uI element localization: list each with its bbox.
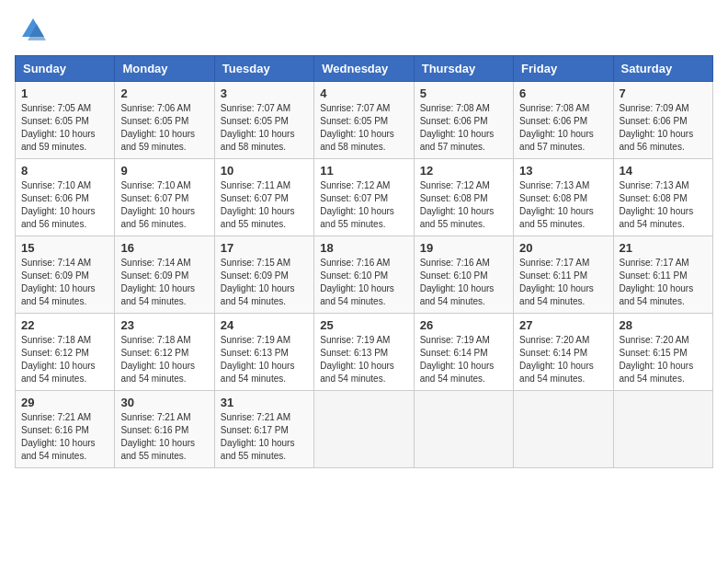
calendar-day-cell: 27Sunrise: 7:20 AM Sunset: 6:14 PM Dayli…	[514, 314, 613, 391]
calendar-day-header: Saturday	[613, 56, 712, 82]
calendar-day-cell	[514, 391, 613, 468]
calendar-day-cell: 23Sunrise: 7:18 AM Sunset: 6:12 PM Dayli…	[115, 314, 214, 391]
day-info: Sunrise: 7:14 AM Sunset: 6:09 PM Dayligh…	[21, 257, 108, 308]
day-info: Sunrise: 7:19 AM Sunset: 6:14 PM Dayligh…	[420, 334, 507, 385]
calendar-day-header: Wednesday	[314, 56, 414, 82]
day-info: Sunrise: 7:18 AM Sunset: 6:12 PM Dayligh…	[120, 334, 208, 385]
logo-icon	[18, 15, 48, 44]
day-info: Sunrise: 7:16 AM Sunset: 6:10 PM Dayligh…	[320, 257, 407, 308]
day-number: 9	[120, 164, 208, 178]
day-info: Sunrise: 7:19 AM Sunset: 6:13 PM Dayligh…	[320, 334, 407, 385]
day-info: Sunrise: 7:13 AM Sunset: 6:08 PM Dayligh…	[519, 179, 607, 231]
day-number: 15	[21, 241, 108, 255]
day-number: 23	[120, 318, 208, 332]
day-number: 27	[519, 318, 607, 332]
day-info: Sunrise: 7:13 AM Sunset: 6:08 PM Dayligh…	[620, 179, 707, 231]
calendar-day-header: Thursday	[414, 56, 513, 82]
day-number: 14	[620, 164, 707, 178]
day-number: 25	[320, 318, 407, 332]
calendar-table: SundayMondayTuesdayWednesdayThursdayFrid…	[15, 55, 713, 468]
day-number: 26	[420, 318, 507, 332]
calendar-day-header: Tuesday	[214, 56, 313, 82]
day-number: 12	[420, 164, 507, 178]
calendar-week-row: 8Sunrise: 7:10 AM Sunset: 6:06 PM Daylig…	[16, 159, 713, 236]
day-number: 7	[620, 86, 707, 100]
day-number: 18	[320, 241, 407, 255]
calendar-day-cell: 10Sunrise: 7:11 AM Sunset: 6:07 PM Dayli…	[214, 159, 313, 236]
day-number: 30	[120, 396, 208, 409]
day-number: 2	[120, 86, 208, 100]
day-info: Sunrise: 7:16 AM Sunset: 6:10 PM Dayligh…	[420, 257, 507, 308]
calendar-day-cell: 4Sunrise: 7:07 AM Sunset: 6:05 PM Daylig…	[314, 82, 414, 159]
day-info: Sunrise: 7:20 AM Sunset: 6:14 PM Dayligh…	[519, 334, 607, 385]
day-number: 31	[221, 396, 308, 409]
day-number: 17	[221, 241, 308, 255]
calendar-day-cell	[613, 391, 712, 468]
day-info: Sunrise: 7:20 AM Sunset: 6:15 PM Dayligh…	[620, 334, 707, 385]
calendar-day-header: Monday	[115, 56, 214, 82]
calendar-day-cell: 5Sunrise: 7:08 AM Sunset: 6:06 PM Daylig…	[414, 82, 513, 159]
calendar-day-header: Sunday	[16, 56, 115, 82]
calendar-day-cell: 31Sunrise: 7:21 AM Sunset: 6:17 PM Dayli…	[214, 391, 313, 468]
day-info: Sunrise: 7:19 AM Sunset: 6:13 PM Dayligh…	[221, 334, 308, 385]
day-number: 11	[320, 164, 407, 178]
day-info: Sunrise: 7:17 AM Sunset: 6:11 PM Dayligh…	[519, 257, 607, 308]
day-number: 4	[320, 86, 407, 100]
calendar-day-cell: 12Sunrise: 7:12 AM Sunset: 6:08 PM Dayli…	[414, 159, 513, 236]
day-info: Sunrise: 7:06 AM Sunset: 6:05 PM Dayligh…	[120, 102, 208, 154]
day-number: 10	[221, 164, 308, 178]
calendar-day-cell: 30Sunrise: 7:21 AM Sunset: 6:16 PM Dayli…	[115, 391, 214, 468]
day-info: Sunrise: 7:15 AM Sunset: 6:09 PM Dayligh…	[221, 257, 308, 308]
day-info: Sunrise: 7:21 AM Sunset: 6:16 PM Dayligh…	[21, 411, 108, 463]
calendar-week-row: 15Sunrise: 7:14 AM Sunset: 6:09 PM Dayli…	[16, 236, 713, 314]
day-info: Sunrise: 7:17 AM Sunset: 6:11 PM Dayligh…	[620, 257, 707, 308]
day-number: 6	[519, 86, 607, 100]
day-number: 1	[21, 86, 108, 100]
calendar-day-cell	[414, 391, 513, 468]
day-number: 21	[620, 241, 707, 255]
calendar-day-cell: 6Sunrise: 7:08 AM Sunset: 6:06 PM Daylig…	[514, 82, 613, 159]
calendar-day-cell: 17Sunrise: 7:15 AM Sunset: 6:09 PM Dayli…	[214, 236, 313, 314]
calendar-day-cell: 3Sunrise: 7:07 AM Sunset: 6:05 PM Daylig…	[214, 82, 313, 159]
calendar-day-cell: 14Sunrise: 7:13 AM Sunset: 6:08 PM Dayli…	[613, 159, 712, 236]
day-info: Sunrise: 7:10 AM Sunset: 6:07 PM Dayligh…	[120, 179, 208, 231]
day-number: 22	[21, 318, 108, 332]
calendar-day-cell: 11Sunrise: 7:12 AM Sunset: 6:07 PM Dayli…	[314, 159, 414, 236]
calendar-week-row: 1Sunrise: 7:05 AM Sunset: 6:05 PM Daylig…	[16, 82, 713, 159]
calendar-day-cell: 2Sunrise: 7:06 AM Sunset: 6:05 PM Daylig…	[115, 82, 214, 159]
logo	[15, 15, 48, 44]
day-info: Sunrise: 7:11 AM Sunset: 6:07 PM Dayligh…	[221, 179, 308, 231]
calendar-day-cell: 28Sunrise: 7:20 AM Sunset: 6:15 PM Dayli…	[613, 314, 712, 391]
calendar-day-cell: 9Sunrise: 7:10 AM Sunset: 6:07 PM Daylig…	[115, 159, 214, 236]
calendar-header-row: SundayMondayTuesdayWednesdayThursdayFrid…	[16, 56, 713, 82]
calendar-day-cell: 18Sunrise: 7:16 AM Sunset: 6:10 PM Dayli…	[314, 236, 414, 314]
day-info: Sunrise: 7:07 AM Sunset: 6:05 PM Dayligh…	[320, 102, 407, 154]
calendar-day-cell: 1Sunrise: 7:05 AM Sunset: 6:05 PM Daylig…	[16, 82, 115, 159]
day-number: 24	[221, 318, 308, 332]
calendar-day-cell: 21Sunrise: 7:17 AM Sunset: 6:11 PM Dayli…	[613, 236, 712, 314]
day-info: Sunrise: 7:08 AM Sunset: 6:06 PM Dayligh…	[519, 102, 607, 154]
day-info: Sunrise: 7:07 AM Sunset: 6:05 PM Dayligh…	[221, 102, 308, 154]
day-number: 28	[620, 318, 707, 332]
calendar-day-cell: 20Sunrise: 7:17 AM Sunset: 6:11 PM Dayli…	[514, 236, 613, 314]
calendar-day-cell: 22Sunrise: 7:18 AM Sunset: 6:12 PM Dayli…	[16, 314, 115, 391]
calendar-day-cell: 8Sunrise: 7:10 AM Sunset: 6:06 PM Daylig…	[16, 159, 115, 236]
day-number: 3	[221, 86, 308, 100]
day-info: Sunrise: 7:21 AM Sunset: 6:17 PM Dayligh…	[221, 411, 308, 463]
day-info: Sunrise: 7:12 AM Sunset: 6:08 PM Dayligh…	[420, 179, 507, 231]
day-number: 29	[21, 396, 108, 409]
day-number: 16	[120, 241, 208, 255]
calendar-day-cell: 13Sunrise: 7:13 AM Sunset: 6:08 PM Dayli…	[514, 159, 613, 236]
day-info: Sunrise: 7:12 AM Sunset: 6:07 PM Dayligh…	[320, 179, 407, 231]
calendar-day-cell	[314, 391, 414, 468]
day-info: Sunrise: 7:10 AM Sunset: 6:06 PM Dayligh…	[21, 179, 108, 231]
calendar-day-cell: 29Sunrise: 7:21 AM Sunset: 6:16 PM Dayli…	[16, 391, 115, 468]
day-info: Sunrise: 7:18 AM Sunset: 6:12 PM Dayligh…	[21, 334, 108, 385]
calendar-week-row: 29Sunrise: 7:21 AM Sunset: 6:16 PM Dayli…	[16, 391, 713, 468]
day-info: Sunrise: 7:14 AM Sunset: 6:09 PM Dayligh…	[120, 257, 208, 308]
calendar-day-cell: 26Sunrise: 7:19 AM Sunset: 6:14 PM Dayli…	[414, 314, 513, 391]
calendar-day-cell: 7Sunrise: 7:09 AM Sunset: 6:06 PM Daylig…	[613, 82, 712, 159]
calendar-day-cell: 15Sunrise: 7:14 AM Sunset: 6:09 PM Dayli…	[16, 236, 115, 314]
page-header	[15, 15, 713, 44]
calendar-day-cell: 25Sunrise: 7:19 AM Sunset: 6:13 PM Dayli…	[314, 314, 414, 391]
